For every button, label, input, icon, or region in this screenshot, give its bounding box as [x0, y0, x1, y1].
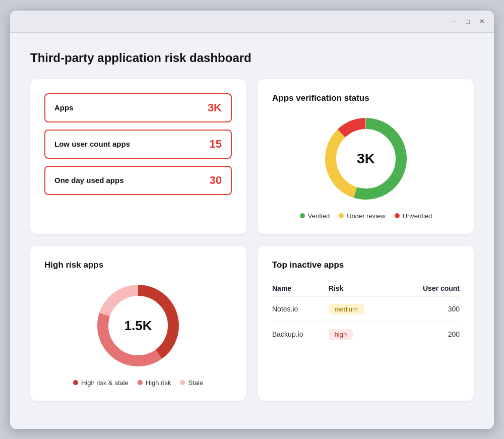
- verified-dot: [300, 213, 305, 218]
- app-risk-backup: high: [329, 322, 393, 347]
- stat-value-one-day: 30: [210, 174, 222, 187]
- close-button[interactable]: ✕: [478, 17, 486, 25]
- col-header-name: Name: [272, 280, 329, 297]
- verification-status-card: Apps verification status 3K: [258, 79, 474, 234]
- app-name-notes: Notes.io: [272, 296, 329, 322]
- verification-center-label: 3K: [357, 151, 375, 167]
- legend-item-verified: Verified: [300, 212, 330, 220]
- stat-label-one-day: One day used apps: [54, 176, 124, 184]
- unverified-dot: [395, 213, 400, 218]
- app-risk-notes: medium: [329, 296, 393, 322]
- app-name-backup: Backup.io: [272, 322, 329, 347]
- stat-label-apps: Apps: [54, 103, 74, 112]
- high-risk-donut: 1.5K: [93, 280, 183, 371]
- inactive-apps-card: Top inactive apps Name Risk User count N…: [258, 246, 474, 401]
- table-row: Notes.io medium 300: [272, 296, 460, 322]
- risk-badge-high: high: [329, 329, 353, 340]
- risk-badge-medium: medium: [329, 304, 364, 315]
- under-review-label: Under review: [347, 212, 386, 220]
- stat-row-one-day: One day used apps 30: [44, 166, 232, 195]
- inactive-apps-table: Name Risk User count Notes.io medium 300: [272, 280, 460, 347]
- high-risk-card: High risk apps 1.5K: [30, 246, 246, 401]
- app-user-count-notes: 300: [393, 296, 460, 322]
- dashboard-grid: Apps 3K Low user count apps 15 One day u…: [30, 79, 474, 401]
- high-risk-dot: [138, 380, 143, 385]
- stat-row-apps: Apps 3K: [44, 93, 232, 122]
- high-risk-center-label: 1.5K: [124, 318, 152, 333]
- high-risk-donut-wrapper: 1.5K High risk & stale High risk: [44, 280, 232, 387]
- donut-wrapper: 3K Verified Under review U: [272, 113, 460, 220]
- verification-donut: 3K: [321, 113, 411, 204]
- col-header-risk: Risk: [329, 280, 393, 297]
- legend-item-stale: Stale: [180, 379, 203, 387]
- high-risk-card-title: High risk apps: [44, 260, 232, 270]
- page-title: Third-party application risk dashboard: [30, 51, 474, 65]
- minimize-button[interactable]: —: [450, 17, 458, 25]
- high-risk-label: High risk: [146, 379, 171, 387]
- legend-item-unverified: Unverified: [395, 212, 432, 220]
- main-window: — □ ✕ Third-party application risk dashb…: [10, 11, 494, 429]
- verification-legend: Verified Under review Unverified: [300, 212, 432, 220]
- stale-dot: [180, 380, 185, 385]
- verification-card-title: Apps verification status: [272, 93, 460, 103]
- stats-card: Apps 3K Low user count apps 15 One day u…: [30, 79, 246, 234]
- stat-label-low-user: Low user count apps: [54, 140, 130, 148]
- stat-value-low-user: 15: [210, 138, 222, 151]
- col-header-user-count: User count: [393, 280, 460, 297]
- maximize-button[interactable]: □: [464, 17, 472, 25]
- legend-item-high-risk-stale: High risk & stale: [73, 379, 129, 387]
- inactive-apps-card-title: Top inactive apps: [272, 260, 460, 270]
- legend-item-under-review: Under review: [339, 212, 386, 220]
- stat-row-low-user: Low user count apps 15: [44, 130, 232, 159]
- verified-label: Verified: [308, 212, 330, 220]
- under-review-dot: [339, 213, 344, 218]
- legend-item-high-risk: High risk: [138, 379, 171, 387]
- high-risk-legend: High risk & stale High risk Stale: [73, 379, 203, 387]
- high-risk-stale-dot: [73, 380, 78, 385]
- high-risk-stale-label: High risk & stale: [81, 379, 129, 387]
- unverified-label: Unverified: [403, 212, 432, 220]
- page-content: Third-party application risk dashboard A…: [10, 33, 494, 421]
- stale-label: Stale: [188, 379, 203, 387]
- stat-value-apps: 3K: [208, 101, 222, 114]
- titlebar: — □ ✕: [10, 11, 494, 33]
- table-row: Backup.io high 200: [272, 322, 460, 347]
- app-user-count-backup: 200: [393, 322, 460, 347]
